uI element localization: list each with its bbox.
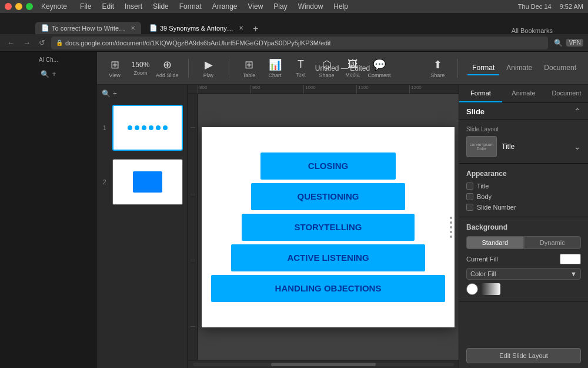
color-fill-select[interactable]: Color Fill ▼ xyxy=(466,268,581,280)
share-button[interactable]: ⬆ Share xyxy=(427,58,448,78)
slide-thumb-2[interactable]: 2 xyxy=(112,159,183,205)
view-icon: ⊞ xyxy=(111,58,119,71)
menu-file[interactable]: File xyxy=(80,2,91,11)
ai-zoom-icon[interactable]: + xyxy=(52,70,56,78)
menu-play[interactable]: Play xyxy=(273,2,287,11)
new-tab-button[interactable]: + xyxy=(250,24,260,34)
menu-format[interactable]: Format xyxy=(179,2,202,11)
tab-document[interactable]: Document xyxy=(545,85,588,102)
menu-insert[interactable]: Insert xyxy=(125,2,142,11)
title-checkbox-label: Title xyxy=(477,183,489,190)
bookmarks-label: All Bookmarks xyxy=(512,27,553,34)
view-button[interactable]: ⊞ View xyxy=(104,58,125,78)
menu-edit[interactable]: Edit xyxy=(102,2,114,11)
menu-arrange[interactable]: Arrange xyxy=(212,2,238,11)
menu-window[interactable]: Window xyxy=(298,2,323,11)
title-checkbox[interactable] xyxy=(466,183,473,190)
search-icon[interactable]: 🔍 xyxy=(102,89,111,98)
menu-slide[interactable]: Slide xyxy=(153,2,169,11)
pyramid-bars: CLOSING QUESTIONING STORYTELLING xyxy=(202,143,455,311)
zoom-button[interactable]: 150% Zoom xyxy=(130,61,151,76)
background-section: Background Standard Dynamic Current Fill… xyxy=(459,217,588,301)
slide-layout-selector[interactable]: Lorem Ipsum Dolor Title ⌄ xyxy=(466,136,581,157)
select-arrow-icon: ▼ xyxy=(570,270,577,277)
bg-dynamic-btn[interactable]: Dynamic xyxy=(524,236,582,249)
chart-icon: 📊 xyxy=(269,58,282,71)
edit-layout-button[interactable]: Edit Slide Layout xyxy=(466,348,581,363)
tab2-label: 39 Synonyms & Antonyms for TAN... xyxy=(160,25,234,32)
slide-canvas[interactable]: CLOSING QUESTIONING STORYTELLING xyxy=(202,127,455,327)
color-fill-label: Color Fill xyxy=(470,270,496,277)
minimize-button[interactable] xyxy=(15,3,22,10)
table-button[interactable]: ⊞ Table xyxy=(239,58,260,78)
slide-scroll-dots xyxy=(447,127,455,327)
tab1-close[interactable]: ✕ xyxy=(131,25,135,31)
ai-search-icon[interactable]: 🔍 xyxy=(41,70,49,78)
bar-closing: CLOSING xyxy=(260,152,396,180)
keynote-toolbar: ⊞ View 150% Zoom ⊕ Add Slide ▶ Play ⊞ Ta… xyxy=(97,52,588,85)
color-gradient-swatch[interactable] xyxy=(482,283,500,295)
comment-icon: 💬 xyxy=(373,58,386,71)
address-bar-row: ← → ↺ 🔒 docs.google.com/document/d/1KIQW… xyxy=(0,34,588,52)
appearance-items: Title Body Slide Number xyxy=(466,183,581,211)
ruler-left xyxy=(188,94,198,360)
menu-help[interactable]: Help xyxy=(333,2,348,11)
chart-button[interactable]: 📊 Chart xyxy=(265,58,286,78)
play-button[interactable]: ▶ Play xyxy=(198,58,219,78)
bar-storytelling: STORYTELLING xyxy=(242,214,415,241)
ai-label: Al Ch... xyxy=(34,57,64,63)
tab-format[interactable]: Format xyxy=(467,61,499,75)
slide-canvas-wrapper: CLOSING QUESTIONING STORYTELLING xyxy=(198,94,459,360)
appearance-title: Appearance xyxy=(466,170,581,178)
back-button[interactable]: ← xyxy=(5,37,17,48)
browser-tab-1[interactable]: 📄 To correct How to Write a CV -f... ✕ xyxy=(35,22,141,34)
comment-button[interactable]: 💬 Comment xyxy=(368,58,391,78)
appearance-slide-number-row: Slide Number xyxy=(466,204,581,211)
ruler-800: 800 xyxy=(198,85,250,94)
app-menu-keynote[interactable]: Keynote xyxy=(41,2,67,11)
tab-animate[interactable]: Animate xyxy=(502,61,537,75)
chevron-down-icon[interactable]: ⌄ xyxy=(574,142,581,151)
search-icon[interactable]: 🔍 xyxy=(554,39,563,47)
ruler-1100: 1100 xyxy=(356,85,409,94)
search-row: 🔍 + xyxy=(36,68,61,81)
text-icon: T xyxy=(298,58,304,71)
maximize-button[interactable] xyxy=(26,3,33,10)
tab-format[interactable]: Format xyxy=(459,85,502,102)
text-button[interactable]: T Text xyxy=(290,58,312,78)
refresh-button[interactable]: ↺ xyxy=(36,37,48,48)
add-slide-button[interactable]: ⊕ Add Slide xyxy=(156,58,179,78)
separator-3 xyxy=(457,59,458,78)
scrollbar-track xyxy=(193,363,454,366)
address-text: docs.google.com/document/d/1KIQWQgzBA9ds… xyxy=(65,39,331,47)
browser-tab-2[interactable]: 📄 39 Synonyms & Antonyms for TAN... ✕ xyxy=(143,22,249,34)
body-checkbox[interactable] xyxy=(466,193,473,200)
bar-active-listening: ACTIVE LISTENING xyxy=(231,244,425,271)
browser-actions: 🔍 VPN xyxy=(554,39,583,47)
color-white-swatch[interactable] xyxy=(466,283,478,295)
slide-thumb-1[interactable]: 1 xyxy=(112,105,183,151)
forward-button[interactable]: → xyxy=(21,37,33,48)
ruler-top: 800 900 1000 1100 1200 xyxy=(188,85,459,94)
horizontal-scrollbar[interactable] xyxy=(188,360,459,368)
right-panel: Format Animate Document Slide ⌃ Slide La… xyxy=(459,85,588,368)
play-icon: ▶ xyxy=(205,58,213,71)
tab-animate[interactable]: Animate xyxy=(502,85,545,102)
table-icon: ⊞ xyxy=(245,58,253,71)
tab-document[interactable]: Document xyxy=(539,61,581,75)
zoom-in-icon[interactable]: + xyxy=(113,89,117,98)
vpn-badge: VPN xyxy=(566,39,583,47)
share-icon: ⬆ xyxy=(433,58,442,71)
close-button[interactable] xyxy=(5,3,12,10)
slide-section-header: Slide ⌃ xyxy=(459,103,588,120)
fill-swatch[interactable] xyxy=(560,254,581,264)
slide-number-checkbox[interactable] xyxy=(466,204,473,211)
menu-view[interactable]: View xyxy=(248,2,263,11)
bar-questioning: QUESTIONING xyxy=(251,183,406,210)
address-bar[interactable]: 🔒 docs.google.com/document/d/1KIQWQgzBA9… xyxy=(51,37,548,49)
bg-standard-btn[interactable]: Standard xyxy=(466,236,524,249)
collapse-icon[interactable]: ⌃ xyxy=(574,107,581,116)
color-pickers xyxy=(466,283,581,295)
tab1-label: To correct How to Write a CV -f... xyxy=(52,25,126,32)
tab2-close[interactable]: ✕ xyxy=(239,25,243,31)
